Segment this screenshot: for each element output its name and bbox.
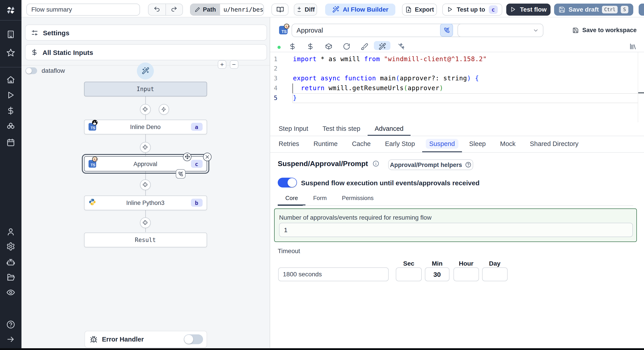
zoom-in-button[interactable]: + bbox=[218, 60, 226, 68]
timeout-hour-input[interactable] bbox=[453, 267, 479, 281]
tab-retries[interactable]: Retries bbox=[272, 136, 306, 152]
tab-suspend[interactable]: Suspend bbox=[422, 136, 462, 152]
tab-mock[interactable]: Mock bbox=[493, 136, 522, 152]
add-step-button[interactable] bbox=[140, 218, 151, 228]
flow-node-approval[interactable]: TS Approval c bbox=[84, 156, 207, 172]
approval-node-title: Approval bbox=[134, 161, 158, 167]
add-step-button[interactable] bbox=[140, 142, 151, 153]
tab-early-stop[interactable]: Early Stop bbox=[378, 136, 422, 152]
package-icon[interactable] bbox=[325, 42, 332, 50]
suspend-flow-toggle[interactable] bbox=[278, 178, 297, 187]
timeout-min-input[interactable] bbox=[425, 267, 450, 281]
ai-flow-wand-button[interactable] bbox=[137, 62, 154, 79]
settings-gear-icon[interactable] bbox=[6, 242, 15, 251]
flow-node-inline-deno[interactable]: TS Inline Deno a bbox=[84, 119, 207, 134]
zoom-out-button[interactable]: − bbox=[230, 60, 238, 68]
collapse-arrow-icon[interactable] bbox=[6, 335, 15, 344]
diff-button[interactable]: Diff bbox=[294, 3, 317, 15]
undo-button[interactable] bbox=[148, 4, 166, 15]
code-editor[interactable]: 1 2 3 4 5 import * as wmill from "windmi… bbox=[270, 52, 644, 122]
tab-sleep[interactable]: Sleep bbox=[462, 136, 493, 152]
script-version-select[interactable] bbox=[458, 23, 544, 37]
deploy-button-partial[interactable] bbox=[639, 3, 644, 15]
minimap-divider bbox=[638, 52, 638, 122]
line-number: 3 bbox=[270, 74, 278, 83]
audit-eye-icon[interactable] bbox=[6, 288, 15, 297]
flow-edge bbox=[145, 153, 146, 156]
add-step-button[interactable] bbox=[140, 180, 151, 190]
timeout-sec-input[interactable] bbox=[396, 267, 422, 281]
flow-node-input[interactable]: Input bbox=[84, 82, 207, 96]
suspend-phone-button[interactable] bbox=[440, 24, 453, 37]
home-icon[interactable] bbox=[6, 75, 15, 84]
tab-advanced[interactable]: Advanced bbox=[368, 123, 410, 136]
dollar-icon bbox=[31, 49, 38, 56]
error-handler-box[interactable]: Error Handler bbox=[84, 331, 207, 348]
flow-summary-input[interactable] bbox=[26, 3, 140, 15]
users-icon[interactable] bbox=[6, 227, 15, 236]
reload-icon[interactable] bbox=[342, 42, 350, 50]
resources-dollar-icon[interactable] bbox=[306, 42, 314, 50]
delete-node-button[interactable] bbox=[203, 153, 212, 161]
test-up-to-button[interactable]: Test up to c bbox=[442, 3, 502, 15]
flow-node-inline-python[interactable]: Inline Python3 b bbox=[84, 195, 207, 210]
line-number: 1 bbox=[270, 54, 278, 64]
advanced-tabs: Retries Runtime Cache Early Stop Suspend… bbox=[270, 136, 644, 153]
tab-shared-directory[interactable]: Shared Directory bbox=[523, 136, 586, 152]
ai-wand-off-icon[interactable] bbox=[397, 42, 405, 50]
timeout-total-input[interactable] bbox=[278, 267, 388, 281]
suspend-toggle-label: Suspend flow execution until events/appr… bbox=[301, 179, 480, 186]
resources-boxes-icon[interactable] bbox=[6, 122, 15, 131]
all-static-inputs-button[interactable]: All Static Inputs bbox=[25, 44, 267, 60]
docs-book-button[interactable] bbox=[272, 3, 288, 15]
tab-runtime[interactable]: Runtime bbox=[306, 136, 345, 152]
move-icon bbox=[184, 154, 190, 159]
sec-label: Sec bbox=[403, 260, 414, 267]
add-trigger-button[interactable] bbox=[159, 104, 169, 115]
bug-icon bbox=[90, 336, 98, 343]
tab-core[interactable]: Core bbox=[278, 191, 306, 205]
day-label: Day bbox=[489, 260, 500, 267]
help-icon[interactable] bbox=[6, 320, 15, 329]
add-step-button[interactable] bbox=[140, 104, 151, 115]
tab-cache[interactable]: Cache bbox=[345, 136, 378, 152]
ai-flow-builder-button[interactable]: AI Flow Builder bbox=[325, 3, 395, 15]
tab-form[interactable]: Form bbox=[306, 191, 334, 205]
redo-button[interactable] bbox=[166, 4, 182, 15]
flow-settings-button[interactable]: Settings bbox=[25, 24, 267, 41]
ai-wand-icon[interactable] bbox=[378, 42, 386, 50]
workspace-icon[interactable] bbox=[6, 30, 15, 39]
dataflow-toggle[interactable] bbox=[26, 67, 37, 74]
approval-prompt-helpers-button[interactable]: Approval/Prompt helpers bbox=[388, 159, 473, 170]
folders-icon[interactable] bbox=[6, 273, 15, 282]
path-value[interactable]: u/henri/bes bbox=[220, 6, 264, 13]
export-button[interactable]: Export bbox=[402, 3, 437, 15]
error-handler-toggle[interactable] bbox=[184, 334, 203, 344]
variables-dollar-icon[interactable] bbox=[289, 42, 296, 50]
windmill-logo[interactable] bbox=[6, 5, 16, 15]
schedules-calendar-icon[interactable] bbox=[6, 138, 15, 147]
workers-robot-icon[interactable] bbox=[6, 257, 15, 266]
tab-permissions[interactable]: Permissions bbox=[334, 191, 381, 205]
timeout-day-input[interactable] bbox=[482, 267, 507, 281]
test-flow-button[interactable]: Test flow bbox=[506, 3, 550, 15]
favorites-star-icon[interactable] bbox=[6, 48, 15, 57]
save-draft-button[interactable]: Save draft Ctrl S bbox=[554, 3, 633, 15]
variables-dollar-icon[interactable] bbox=[6, 106, 15, 115]
info-icon[interactable] bbox=[372, 160, 379, 167]
runs-play-icon[interactable] bbox=[6, 90, 15, 99]
flow-edge bbox=[145, 190, 146, 195]
tab-step-input[interactable]: Step Input bbox=[272, 123, 315, 136]
path-edit-button[interactable]: Path bbox=[190, 4, 220, 15]
format-brush-icon[interactable] bbox=[360, 42, 368, 50]
library-icon[interactable] bbox=[629, 42, 636, 50]
diff-label: Diff bbox=[305, 6, 315, 13]
flow-node-result[interactable]: Result bbox=[84, 232, 207, 247]
line-number: 4 bbox=[270, 83, 278, 93]
move-node-handle[interactable] bbox=[183, 153, 192, 161]
zap-icon bbox=[161, 107, 166, 112]
tab-test-this-step[interactable]: Test this step bbox=[315, 123, 368, 136]
approvals-required-input[interactable] bbox=[279, 223, 633, 237]
save-to-workspace-button[interactable]: Save to workspace bbox=[572, 25, 636, 35]
step-tabs: Step Input Test this step Advanced bbox=[270, 123, 644, 136]
